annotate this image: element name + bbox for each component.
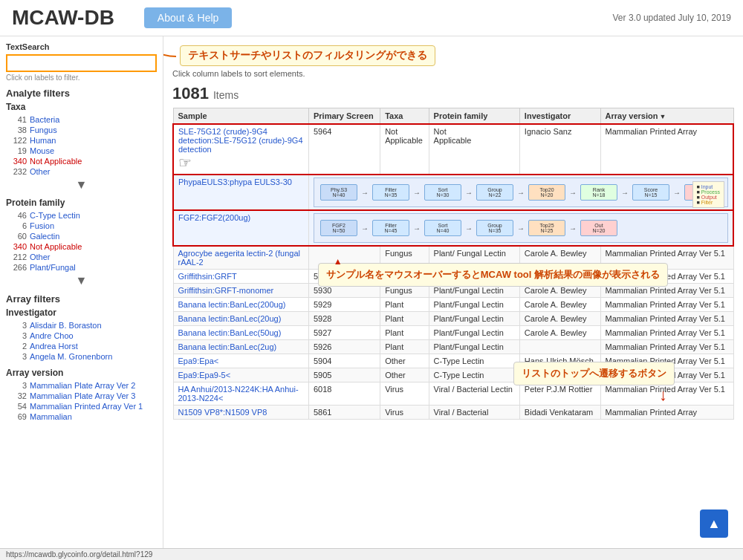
taxa-show-more[interactable]: ▼ bbox=[6, 178, 157, 192]
protein-family-filter-group: Protein family 46 C-Type Lectin 6 Fusion… bbox=[6, 198, 157, 287]
taxa-fungus[interactable]: Fungus bbox=[30, 126, 57, 134]
flow-node: ScoreN=15 bbox=[632, 184, 669, 201]
taxa-other[interactable]: Other bbox=[30, 167, 51, 176]
sample-link[interactable]: PhypaEULS3:phypa EULS3-30 bbox=[178, 178, 292, 186]
protein-plant-fungal[interactable]: Plant/Fungal bbox=[30, 263, 76, 272]
protein-fusion[interactable]: Fusion bbox=[30, 221, 54, 230]
flow-arrow-icon: → bbox=[361, 189, 369, 197]
investigator-alisdair[interactable]: Alisdair B. Boraston bbox=[30, 321, 102, 330]
array-filters-title: Array filters bbox=[6, 293, 157, 305]
sample-link[interactable]: Banana lectin:BanLec(200ug) bbox=[178, 300, 286, 309]
search-hint: Click on labels to filter. bbox=[6, 74, 157, 82]
flow-arrow-icon: → bbox=[517, 224, 525, 232]
investigator-andre[interactable]: Andre Choo bbox=[30, 331, 74, 340]
sample-link[interactable]: FGF2:FGF2(200ug) bbox=[178, 213, 250, 222]
protein-family-title: Protein family bbox=[6, 198, 157, 208]
flow-node: RankN=18 bbox=[580, 184, 617, 201]
scroll-top-button[interactable]: ▲ bbox=[700, 509, 728, 538]
list-item: 340 Not Applicable bbox=[6, 241, 157, 252]
main-content: TextSearch Click on labels to filter. An… bbox=[0, 36, 743, 548]
sample-link[interactable]: Banana lectin:BanLec(20ug) bbox=[178, 314, 282, 323]
sample-link[interactable]: Epa9:Epa< bbox=[178, 356, 219, 365]
sample-link[interactable]: Banana lectin:BanLec(2ug) bbox=[178, 342, 277, 351]
investigator-title: Investigator bbox=[6, 307, 157, 318]
sample-link[interactable]: Agrocybe aegerita lectin-2 (fungal rAAL-… bbox=[178, 249, 300, 267]
sample-link[interactable]: Griffithsin:GRFT-monomer bbox=[178, 286, 274, 295]
about-help-button[interactable]: About & Help bbox=[144, 7, 233, 28]
list-item: 46 C-Type Lectin bbox=[6, 210, 157, 221]
protein-not-applicable[interactable]: Not Applicable bbox=[30, 242, 82, 251]
array-mammalian-plate-v2[interactable]: Mammalian Plate Array Ver 2 bbox=[30, 381, 135, 390]
list-item: 266 Plant/Fungal bbox=[6, 262, 157, 273]
annotation-callout-2: サンプル名をマウスオーバーするとMCAW tool 解析結果の画像が表示される … bbox=[318, 263, 668, 287]
list-item: 54 Mammalian Printed Array Ver 1 bbox=[6, 401, 157, 411]
app-container: MCAW-DB About & Help Ver 3.0 updated Jul… bbox=[0, 0, 743, 560]
array-mammalian-plate-v3[interactable]: Mammalian Plate Array Ver 3 bbox=[30, 391, 135, 400]
sample-link[interactable]: SLE-75G12 (crude)-9G4 detection:SLE-75G1… bbox=[178, 127, 303, 154]
search-label: TextSearch bbox=[6, 42, 157, 51]
sample-link[interactable]: Griffithsin:GRFT bbox=[178, 272, 237, 281]
cursor-icon: ☞ bbox=[178, 154, 192, 171]
array-mammalian[interactable]: Mammalian bbox=[30, 412, 72, 421]
sidebar: TextSearch Click on labels to filter. An… bbox=[0, 36, 163, 548]
info-bar-text: Click column labels to sort elements. bbox=[172, 69, 305, 78]
flow-node: Top20N=20 bbox=[528, 184, 565, 201]
col-protein-family[interactable]: Protein family bbox=[429, 108, 519, 125]
flow-node: Phy.S3N=40 bbox=[320, 184, 357, 201]
annotation-callout-1: テキストサーチやリストのフィルタリングができる bbox=[180, 45, 435, 66]
flow-node: FilterN=35 bbox=[372, 184, 409, 201]
list-item: 3 Angela M. Gronenborn bbox=[6, 351, 157, 362]
annotation-pointer-icon: ▲ bbox=[334, 256, 343, 267]
analyte-filters-title: Analyte filters bbox=[6, 88, 157, 99]
flow-node: SortN=30 bbox=[424, 184, 461, 201]
sample-link[interactable]: Epa9:Epa9-5< bbox=[178, 371, 231, 380]
header: MCAW-DB About & Help Ver 3.0 updated Jul… bbox=[0, 0, 743, 36]
col-primary-screen[interactable]: Primary Screen bbox=[309, 108, 380, 125]
sample-link[interactable]: Banana lectin:BanLec(50ug) bbox=[178, 328, 282, 337]
taxa-not-applicable[interactable]: Not Applicable bbox=[30, 157, 82, 166]
annotation-3-container: リストのトップへ遷移するボタン ↓ bbox=[513, 362, 675, 405]
info-bar: テキストサーチやリストのフィルタリングができる Click column lab… bbox=[172, 42, 734, 81]
flow-node: Top25N=25 bbox=[528, 220, 565, 236]
list-item: 232 Other bbox=[6, 166, 157, 177]
col-investigator[interactable]: Investigator bbox=[519, 108, 600, 125]
list-item: 3 Andre Choo bbox=[6, 331, 157, 341]
protein-galectin[interactable]: Galectin bbox=[30, 232, 59, 241]
array-mammalian-printed-v1[interactable]: Mammalian Printed Array Ver 1 bbox=[30, 402, 143, 411]
status-url: https://mcawdb.glycoinfo.org/detail.html… bbox=[6, 550, 152, 559]
annotation-text-2: サンプル名をマウスオーバーするとMCAW tool 解析結果の画像が表示される bbox=[326, 269, 660, 280]
flow-arrow-icon: → bbox=[569, 224, 577, 232]
table-header-row: Sample Primary Screen Taxa Protein famil… bbox=[173, 108, 733, 125]
protein-c-type-lectin[interactable]: C-Type Lectin bbox=[30, 211, 80, 220]
cell-sample: FGF2:FGF2(200ug) bbox=[173, 210, 309, 246]
col-sample[interactable]: Sample bbox=[173, 108, 309, 125]
protein-show-more[interactable]: ▼ bbox=[6, 274, 157, 287]
result-label: Items bbox=[213, 89, 239, 101]
flow-node: GroupN=22 bbox=[476, 184, 513, 201]
flow-node: SortN=40 bbox=[424, 220, 461, 236]
protein-other[interactable]: Other bbox=[30, 253, 51, 261]
investigator-andrea[interactable]: Andrea Horst bbox=[30, 342, 78, 351]
investigator-filter-group: Investigator 3 Alisdair B. Boraston 3 An… bbox=[6, 307, 157, 362]
col-taxa[interactable]: Taxa bbox=[380, 108, 429, 125]
result-count-row: 1081 Items bbox=[172, 84, 734, 103]
taxa-mouse[interactable]: Mouse bbox=[30, 146, 54, 155]
table-row: FGF2:FGF2(200ug) FGF2N=50 → FilterN=45 →… bbox=[173, 210, 733, 246]
flow-arrow-icon: → bbox=[413, 189, 421, 197]
col-array-version[interactable]: Array version bbox=[600, 108, 733, 125]
flow-arrow-icon: → bbox=[621, 189, 629, 197]
taxa-human[interactable]: Human bbox=[30, 136, 56, 145]
annotation-text-1: テキストサーチやリストのフィルタリングができる bbox=[188, 49, 427, 61]
annotation-callout-3: リストのトップへ遷移するボタン bbox=[513, 362, 675, 385]
version-info: Ver 3.0 updated July 10, 2019 bbox=[613, 13, 731, 23]
taxa-filter-group: Taxa 41 Bacteria 38 Fungus 122 Human 19 … bbox=[6, 102, 157, 192]
logo: MCAW-DB bbox=[12, 6, 114, 30]
search-input[interactable] bbox=[6, 54, 157, 72]
taxa-bacteria[interactable]: Bacteria bbox=[30, 115, 59, 124]
array-version-title: Array version bbox=[6, 368, 157, 378]
investigator-angela[interactable]: Angela M. Gronenborn bbox=[30, 352, 112, 361]
sample-link[interactable]: N1509 VP8*:N1509 VP8 bbox=[178, 408, 267, 417]
sample-link[interactable]: HA Anhui/2013-N224K:HA Anhui-2013-N224< bbox=[178, 385, 299, 403]
annotation-arrow-icon bbox=[163, 38, 180, 75]
annotation-arrow-down-icon: ↓ bbox=[659, 385, 667, 405]
